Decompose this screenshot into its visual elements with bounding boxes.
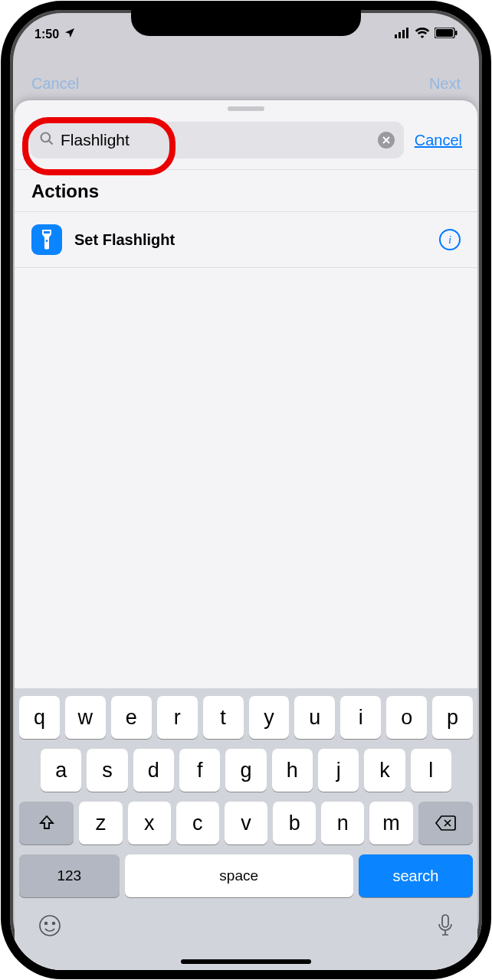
key-q[interactable]: q: [19, 696, 60, 739]
battery-icon: [435, 28, 458, 41]
key-z[interactable]: z: [79, 802, 122, 844]
svg-rect-6: [455, 31, 458, 35]
key-k[interactable]: k: [364, 749, 405, 792]
key-s[interactable]: s: [87, 749, 127, 792]
key-e[interactable]: e: [111, 696, 152, 739]
key-f[interactable]: f: [179, 749, 220, 792]
svg-rect-5: [436, 29, 453, 37]
wifi-icon: [415, 28, 430, 41]
svg-point-9: [40, 916, 60, 936]
search-input[interactable]: [61, 131, 372, 149]
key-o[interactable]: o: [386, 696, 427, 739]
svg-rect-0: [395, 34, 397, 38]
action-title: Set Flashlight: [74, 231, 427, 249]
numbers-key[interactable]: 123: [19, 854, 120, 897]
shift-key[interactable]: [19, 802, 74, 844]
key-t[interactable]: t: [203, 696, 244, 739]
home-indicator[interactable]: [181, 959, 311, 964]
svg-rect-3: [406, 28, 408, 38]
bg-next: Next: [429, 75, 461, 93]
key-u[interactable]: u: [294, 696, 335, 739]
key-l[interactable]: l: [411, 749, 451, 792]
bg-cancel: Cancel: [31, 75, 79, 93]
svg-point-10: [45, 923, 48, 925]
svg-line-8: [49, 141, 53, 145]
key-x[interactable]: x: [128, 802, 171, 844]
section-header-actions: Actions: [15, 170, 477, 211]
space-key[interactable]: space: [125, 854, 353, 897]
key-v[interactable]: v: [225, 802, 267, 844]
key-r[interactable]: r: [157, 696, 198, 739]
status-time: 1:50: [34, 28, 59, 41]
search-key[interactable]: search: [359, 854, 473, 897]
emoji-key[interactable]: [38, 913, 62, 941]
notch: [131, 10, 361, 36]
signal-icon: [395, 28, 410, 41]
key-p[interactable]: p: [432, 696, 473, 739]
key-n[interactable]: n: [321, 802, 364, 844]
cancel-button[interactable]: Cancel: [415, 132, 462, 149]
key-a[interactable]: a: [41, 749, 81, 792]
key-d[interactable]: d: [133, 749, 174, 792]
key-i[interactable]: i: [340, 696, 381, 739]
keyboard: qwertyuiop asdfghjkl zxcvbnm 123 space s…: [15, 688, 477, 970]
svg-rect-1: [399, 32, 401, 38]
key-w[interactable]: w: [65, 696, 106, 739]
flashlight-icon: [31, 224, 62, 255]
key-h[interactable]: h: [272, 749, 313, 792]
action-sheet: Cancel Actions Set Flashlight i qwertyui…: [15, 100, 477, 970]
search-icon: [39, 131, 54, 149]
info-icon[interactable]: i: [439, 229, 461, 250]
key-y[interactable]: y: [249, 696, 290, 739]
svg-rect-12: [442, 915, 448, 927]
key-c[interactable]: c: [176, 802, 219, 844]
dictation-key[interactable]: [436, 913, 454, 941]
location-icon: [64, 27, 76, 42]
key-j[interactable]: j: [318, 749, 359, 792]
delete-key[interactable]: [418, 802, 473, 844]
action-row-set-flashlight[interactable]: Set Flashlight i: [15, 212, 477, 267]
svg-rect-2: [402, 30, 405, 38]
svg-point-11: [53, 923, 55, 925]
svg-point-7: [41, 133, 51, 142]
key-m[interactable]: m: [369, 802, 412, 844]
key-b[interactable]: b: [273, 802, 316, 844]
key-g[interactable]: g: [225, 749, 266, 792]
clear-icon[interactable]: [378, 132, 395, 149]
search-field-container[interactable]: [30, 122, 404, 158]
